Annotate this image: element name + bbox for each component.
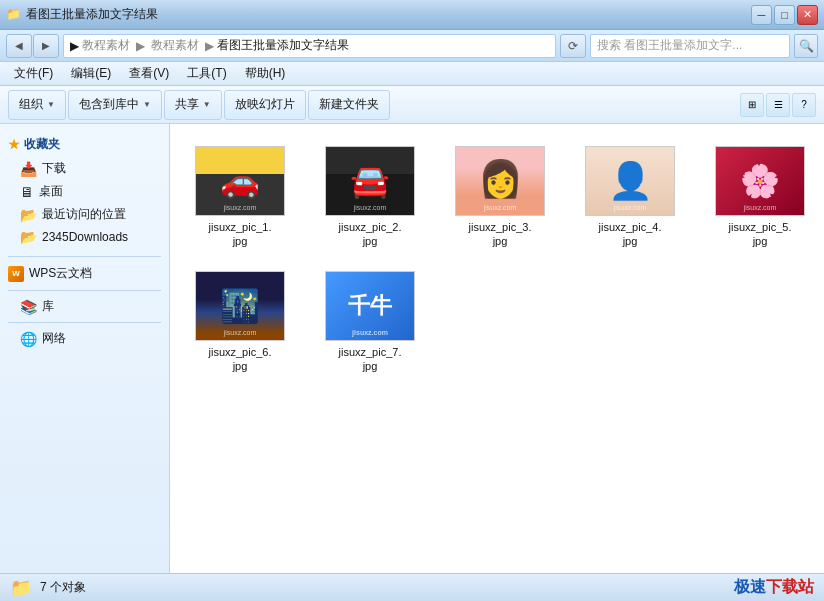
include-library-label: 包含到库中 <box>79 96 139 113</box>
menu-file[interactable]: 文件(F) <box>6 63 61 84</box>
breadcrumb-root: ▶ <box>70 39 79 53</box>
thumb-girl-img: jisuxz.com <box>456 147 544 215</box>
sidebar-item-library[interactable]: 📚 库 <box>0 295 169 318</box>
help-button[interactable]: ? <box>792 93 816 117</box>
maximize-button[interactable]: □ <box>774 5 795 25</box>
desktop-label: 桌面 <box>39 183 63 200</box>
file-item-4[interactable]: jisuxz.com jisuxz_pic_4.jpg <box>570 140 690 255</box>
status-count: 7 个对象 <box>40 579 86 596</box>
search-input[interactable]: 搜索 看图王批量添加文字... <box>590 34 790 58</box>
back-button[interactable]: ◀ <box>6 34 32 58</box>
sidebar-divider-1 <box>8 256 161 257</box>
view-icons-button[interactable]: ⊞ <box>740 93 764 117</box>
sidebar: ★ 收藏夹 📥 下载 🖥 桌面 📂 最近访问的位置 📂 2345Download… <box>0 124 170 573</box>
menu-edit[interactable]: 编辑(E) <box>63 63 119 84</box>
window-icon: 📁 <box>6 7 22 23</box>
sidebar-item-desktop[interactable]: 🖥 桌面 <box>0 180 169 203</box>
thumbnail-1: jisuxz.com <box>195 146 285 216</box>
include-library-button[interactable]: 包含到库中 ▼ <box>68 90 162 120</box>
2345-label: 2345Downloads <box>42 230 128 244</box>
search-button[interactable]: 🔍 <box>794 34 818 58</box>
title-bar: 📁 看图王批量添加文字结果 ─ □ ✕ <box>0 0 824 30</box>
network-icon: 🌐 <box>20 331 37 347</box>
search-icon: 🔍 <box>799 39 814 53</box>
status-brand: 极速下载站 <box>734 577 814 598</box>
filename-5: jisuxz_pic_5.jpg <box>729 220 792 249</box>
new-folder-button[interactable]: 新建文件夹 <box>308 90 390 120</box>
close-button[interactable]: ✕ <box>797 5 818 25</box>
thumbnail-7: 千牛 jisuxz.com <box>325 271 415 341</box>
address-bar: ◀ ▶ ▶ 教程素材 ▶ 教程素材 ▶ 看图王批量添加文字结果 ⟳ 搜索 看图王… <box>0 30 824 62</box>
share-label: 共享 <box>175 96 199 113</box>
thumbnail-3: jisuxz.com <box>455 146 545 216</box>
file-area: jisuxz.com jisuxz_pic_1.jpg jisuxz.com j… <box>170 124 824 573</box>
sidebar-item-recent[interactable]: 📂 最近访问的位置 <box>0 203 169 226</box>
view-details-button[interactable]: ☰ <box>766 93 790 117</box>
sidebar-divider-2 <box>8 290 161 291</box>
menu-bar: 文件(F) 编辑(E) 查看(V) 工具(T) 帮助(H) <box>0 62 824 86</box>
file-item-3[interactable]: jisuxz.com jisuxz_pic_3.jpg <box>440 140 560 255</box>
status-left: 📁 7 个对象 <box>10 577 86 599</box>
refresh-button[interactable]: ⟳ <box>560 34 586 58</box>
thumb-blue-img: 千牛 jisuxz.com <box>326 272 414 340</box>
star-icon: ★ <box>8 137 20 152</box>
thumb-night-img: jisuxz.com <box>196 272 284 340</box>
favorites-label: 收藏夹 <box>24 136 60 153</box>
favorites-section: ★ 收藏夹 📥 下载 🖥 桌面 📂 最近访问的位置 📂 2345Download… <box>0 132 169 248</box>
thumbnail-2: jisuxz.com <box>325 146 415 216</box>
title-bar-left: 📁 看图王批量添加文字结果 <box>6 6 158 23</box>
download-icon: 📥 <box>20 161 37 177</box>
thumb-car-img: jisuxz.com <box>196 147 284 215</box>
network-label: 网络 <box>42 330 66 347</box>
file-item-6[interactable]: jisuxz.com jisuxz_pic_6.jpg <box>180 265 300 380</box>
thumb-portrait-img: jisuxz.com <box>586 147 674 215</box>
forward-button[interactable]: ▶ <box>33 34 59 58</box>
menu-tools[interactable]: 工具(T) <box>179 63 234 84</box>
library-label: 库 <box>42 298 54 315</box>
file-item-1[interactable]: jisuxz.com jisuxz_pic_1.jpg <box>180 140 300 255</box>
share-arrow: ▼ <box>203 100 211 109</box>
minimize-button[interactable]: ─ <box>751 5 772 25</box>
favorites-header[interactable]: ★ 收藏夹 <box>0 132 169 157</box>
sidebar-item-download[interactable]: 📥 下载 <box>0 157 169 180</box>
breadcrumb[interactable]: ▶ 教程素材 ▶ 教程素材 ▶ 看图王批量添加文字结果 <box>63 34 556 58</box>
search-placeholder: 搜索 看图王批量添加文字... <box>597 37 742 54</box>
recent-label: 最近访问的位置 <box>42 206 126 223</box>
status-bar: 📁 7 个对象 极速下载站 <box>0 573 824 601</box>
filename-6: jisuxz_pic_6.jpg <box>209 345 272 374</box>
sidebar-item-2345[interactable]: 📂 2345Downloads <box>0 226 169 248</box>
file-item-2[interactable]: jisuxz.com jisuxz_pic_2.jpg <box>310 140 430 255</box>
new-folder-label: 新建文件夹 <box>319 96 379 113</box>
share-button[interactable]: 共享 ▼ <box>164 90 222 120</box>
thumbnail-6: jisuxz.com <box>195 271 285 341</box>
wps-label: WPS云文档 <box>29 265 92 282</box>
title-controls: ─ □ ✕ <box>751 5 818 25</box>
download-label: 下载 <box>42 160 66 177</box>
desktop-icon: 🖥 <box>20 184 34 200</box>
main-area: ★ 收藏夹 📥 下载 🖥 桌面 📂 最近访问的位置 📂 2345Download… <box>0 124 824 573</box>
filename-7: jisuxz_pic_7.jpg <box>339 345 402 374</box>
slideshow-button[interactable]: 放映幻灯片 <box>224 90 306 120</box>
thumbnail-4: jisuxz.com <box>585 146 675 216</box>
library-icon: 📚 <box>20 299 37 315</box>
toolbar: 组织 ▼ 包含到库中 ▼ 共享 ▼ 放映幻灯片 新建文件夹 ⊞ ☰ ? <box>0 86 824 124</box>
sidebar-item-network[interactable]: 🌐 网络 <box>0 327 169 350</box>
window-title: 看图王批量添加文字结果 <box>26 6 158 23</box>
filename-3: jisuxz_pic_3.jpg <box>469 220 532 249</box>
thumb-flower-img: jisuxz.com <box>716 147 804 215</box>
slideshow-label: 放映幻灯片 <box>235 96 295 113</box>
organize-button[interactable]: 组织 ▼ <box>8 90 66 120</box>
thumb-blackcar-img: jisuxz.com <box>326 147 414 215</box>
view-buttons: ⊞ ☰ ? <box>740 93 816 117</box>
menu-help[interactable]: 帮助(H) <box>237 63 294 84</box>
include-arrow: ▼ <box>143 100 151 109</box>
filename-4: jisuxz_pic_4.jpg <box>599 220 662 249</box>
file-item-7[interactable]: 千牛 jisuxz.com jisuxz_pic_7.jpg <box>310 265 430 380</box>
filename-2: jisuxz_pic_2.jpg <box>339 220 402 249</box>
2345-icon: 📂 <box>20 229 37 245</box>
sidebar-item-wps[interactable]: W WPS云文档 <box>0 261 169 286</box>
wps-icon: W <box>8 266 24 282</box>
file-item-5[interactable]: jisuxz.com jisuxz_pic_5.jpg <box>700 140 820 255</box>
organize-label: 组织 <box>19 96 43 113</box>
menu-view[interactable]: 查看(V) <box>121 63 177 84</box>
